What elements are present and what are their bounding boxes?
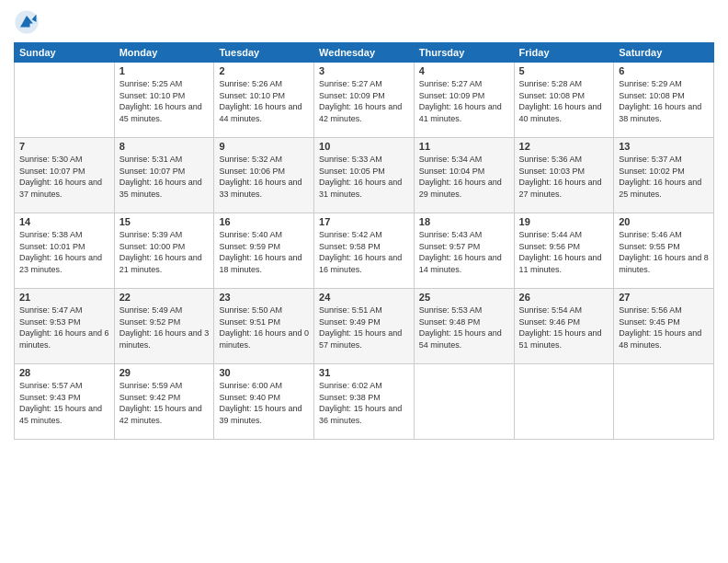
day-number: 21: [19, 292, 109, 303]
day-info: Sunrise: 5:36 AMSunset: 10:03 PMDaylight…: [519, 154, 609, 200]
week-row-4: 21Sunrise: 5:47 AMSunset: 9:53 PMDayligh…: [15, 289, 714, 364]
calendar-cell: 23Sunrise: 5:50 AMSunset: 9:51 PMDayligh…: [214, 289, 314, 364]
day-number: 8: [119, 141, 210, 152]
day-number: 19: [519, 216, 609, 227]
week-row-1: 1Sunrise: 5:25 AMSunset: 10:10 PMDayligh…: [15, 63, 714, 138]
week-row-3: 14Sunrise: 5:38 AMSunset: 10:01 PMDaylig…: [15, 213, 714, 289]
calendar-cell: 5Sunrise: 5:28 AMSunset: 10:08 PMDayligh…: [514, 63, 614, 138]
col-header-sunday: Sunday: [15, 43, 115, 63]
day-number: 17: [319, 216, 409, 227]
day-info: Sunrise: 5:49 AMSunset: 9:52 PMDaylight:…: [119, 304, 210, 350]
day-number: 20: [619, 216, 709, 227]
calendar-cell: 16Sunrise: 5:40 AMSunset: 9:59 PMDayligh…: [214, 213, 314, 289]
calendar-table: SundayMondayTuesdayWednesdayThursdayFrid…: [14, 42, 714, 440]
calendar-cell: 29Sunrise: 5:59 AMSunset: 9:42 PMDayligh…: [114, 364, 214, 440]
calendar-cell: 27Sunrise: 5:56 AMSunset: 9:45 PMDayligh…: [614, 289, 714, 364]
calendar-cell: 15Sunrise: 5:39 AMSunset: 10:00 PMDaylig…: [114, 213, 214, 289]
day-number: 9: [219, 141, 309, 152]
day-info: Sunrise: 5:44 AMSunset: 9:56 PMDaylight:…: [519, 229, 609, 275]
calendar-cell: [15, 63, 115, 138]
calendar-cell: 25Sunrise: 5:53 AMSunset: 9:48 PMDayligh…: [414, 289, 514, 364]
calendar-cell: 21Sunrise: 5:47 AMSunset: 9:53 PMDayligh…: [15, 289, 115, 364]
calendar-cell: 2Sunrise: 5:26 AMSunset: 10:10 PMDayligh…: [214, 63, 314, 138]
day-number: 14: [19, 216, 109, 227]
day-info: Sunrise: 5:26 AMSunset: 10:10 PMDaylight…: [219, 78, 309, 124]
day-info: Sunrise: 5:28 AMSunset: 10:08 PMDaylight…: [519, 78, 609, 124]
day-info: Sunrise: 5:42 AMSunset: 9:58 PMDaylight:…: [319, 229, 409, 275]
day-info: Sunrise: 5:57 AMSunset: 9:43 PMDaylight:…: [19, 380, 109, 426]
day-info: Sunrise: 5:27 AMSunset: 10:09 PMDaylight…: [319, 78, 409, 124]
calendar-cell: 8Sunrise: 5:31 AMSunset: 10:07 PMDayligh…: [114, 138, 214, 213]
day-number: 6: [619, 65, 709, 76]
calendar-cell: 14Sunrise: 5:38 AMSunset: 10:01 PMDaylig…: [15, 213, 115, 289]
day-info: Sunrise: 5:27 AMSunset: 10:09 PMDaylight…: [419, 78, 509, 124]
day-number: 26: [519, 292, 609, 303]
col-header-wednesday: Wednesday: [314, 43, 415, 63]
day-info: Sunrise: 5:54 AMSunset: 9:46 PMDaylight:…: [519, 304, 609, 350]
day-info: Sunrise: 5:31 AMSunset: 10:07 PMDaylight…: [119, 154, 210, 200]
day-info: Sunrise: 5:51 AMSunset: 9:49 PMDaylight:…: [319, 304, 409, 350]
calendar-cell: 30Sunrise: 6:00 AMSunset: 9:40 PMDayligh…: [214, 364, 314, 440]
day-info: Sunrise: 5:40 AMSunset: 9:59 PMDaylight:…: [219, 229, 309, 275]
calendar-cell: 19Sunrise: 5:44 AMSunset: 9:56 PMDayligh…: [514, 213, 614, 289]
day-number: 16: [219, 216, 309, 227]
day-number: 25: [419, 292, 509, 303]
day-number: 5: [519, 65, 609, 76]
day-info: Sunrise: 5:38 AMSunset: 10:01 PMDaylight…: [19, 229, 109, 275]
logo-icon: [14, 9, 40, 35]
calendar-cell: 6Sunrise: 5:29 AMSunset: 10:08 PMDayligh…: [614, 63, 714, 138]
day-number: 27: [619, 292, 709, 303]
calendar-cell: 3Sunrise: 5:27 AMSunset: 10:09 PMDayligh…: [314, 63, 415, 138]
day-info: Sunrise: 5:43 AMSunset: 9:57 PMDaylight:…: [419, 229, 509, 275]
calendar-cell: [414, 364, 514, 440]
calendar-cell: 31Sunrise: 6:02 AMSunset: 9:38 PMDayligh…: [314, 364, 415, 440]
calendar-cell: 4Sunrise: 5:27 AMSunset: 10:09 PMDayligh…: [414, 63, 514, 138]
col-header-thursday: Thursday: [414, 43, 514, 63]
day-number: 4: [419, 65, 509, 76]
day-info: Sunrise: 5:33 AMSunset: 10:05 PMDaylight…: [319, 154, 409, 200]
day-info: Sunrise: 6:00 AMSunset: 9:40 PMDaylight:…: [219, 380, 309, 426]
calendar-cell: 10Sunrise: 5:33 AMSunset: 10:05 PMDaylig…: [314, 138, 415, 213]
day-info: Sunrise: 5:29 AMSunset: 10:08 PMDaylight…: [619, 78, 709, 124]
day-info: Sunrise: 5:32 AMSunset: 10:06 PMDaylight…: [219, 154, 309, 200]
col-header-saturday: Saturday: [614, 43, 714, 63]
day-number: 10: [319, 141, 409, 152]
day-info: Sunrise: 6:02 AMSunset: 9:38 PMDaylight:…: [319, 380, 409, 426]
calendar-cell: 28Sunrise: 5:57 AMSunset: 9:43 PMDayligh…: [15, 364, 115, 440]
day-number: 28: [19, 367, 109, 378]
calendar-cell: 17Sunrise: 5:42 AMSunset: 9:58 PMDayligh…: [314, 213, 415, 289]
day-number: 18: [419, 216, 509, 227]
calendar-cell: 22Sunrise: 5:49 AMSunset: 9:52 PMDayligh…: [114, 289, 214, 364]
calendar-cell: 1Sunrise: 5:25 AMSunset: 10:10 PMDayligh…: [114, 63, 214, 138]
calendar-cell: 11Sunrise: 5:34 AMSunset: 10:04 PMDaylig…: [414, 138, 514, 213]
day-info: Sunrise: 5:25 AMSunset: 10:10 PMDaylight…: [119, 78, 210, 124]
col-header-friday: Friday: [514, 43, 614, 63]
calendar-cell: 18Sunrise: 5:43 AMSunset: 9:57 PMDayligh…: [414, 213, 514, 289]
page-header: [14, 9, 714, 35]
day-number: 11: [419, 141, 509, 152]
calendar-cell: 20Sunrise: 5:46 AMSunset: 9:55 PMDayligh…: [614, 213, 714, 289]
logo: [14, 9, 41, 35]
calendar-cell: 12Sunrise: 5:36 AMSunset: 10:03 PMDaylig…: [514, 138, 614, 213]
calendar-cell: 7Sunrise: 5:30 AMSunset: 10:07 PMDayligh…: [15, 138, 115, 213]
day-info: Sunrise: 5:50 AMSunset: 9:51 PMDaylight:…: [219, 304, 309, 350]
day-number: 13: [619, 141, 709, 152]
day-number: 31: [319, 367, 409, 378]
day-number: 3: [319, 65, 409, 76]
calendar-cell: 13Sunrise: 5:37 AMSunset: 10:02 PMDaylig…: [614, 138, 714, 213]
day-number: 29: [119, 367, 210, 378]
day-number: 1: [119, 65, 210, 76]
calendar-cell: 24Sunrise: 5:51 AMSunset: 9:49 PMDayligh…: [314, 289, 415, 364]
day-number: 22: [119, 292, 210, 303]
day-info: Sunrise: 5:56 AMSunset: 9:45 PMDaylight:…: [619, 304, 709, 350]
day-info: Sunrise: 5:37 AMSunset: 10:02 PMDaylight…: [619, 154, 709, 200]
col-header-tuesday: Tuesday: [214, 43, 314, 63]
day-info: Sunrise: 5:46 AMSunset: 9:55 PMDaylight:…: [619, 229, 709, 275]
day-number: 7: [19, 141, 109, 152]
col-header-monday: Monday: [114, 43, 214, 63]
calendar-cell: 26Sunrise: 5:54 AMSunset: 9:46 PMDayligh…: [514, 289, 614, 364]
week-row-2: 7Sunrise: 5:30 AMSunset: 10:07 PMDayligh…: [15, 138, 714, 213]
day-number: 15: [119, 216, 210, 227]
day-info: Sunrise: 5:30 AMSunset: 10:07 PMDaylight…: [19, 154, 109, 200]
day-info: Sunrise: 5:59 AMSunset: 9:42 PMDaylight:…: [119, 380, 210, 426]
